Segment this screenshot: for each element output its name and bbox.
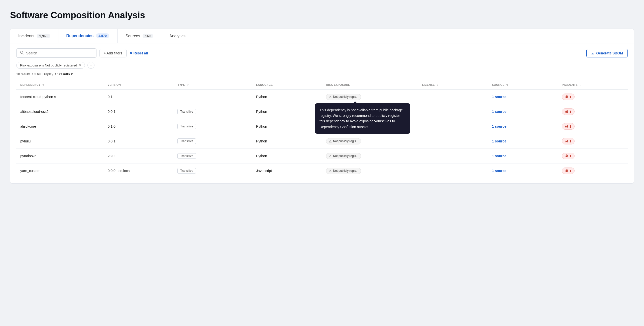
cell-risk: ⚠Not publicly regis... — [322, 164, 418, 178]
cell-dependency: pyhulul — [16, 134, 104, 149]
chevron-down-icon: ▾ — [71, 72, 73, 76]
display-label: Display — [43, 72, 53, 76]
cell-version: 23.0 — [104, 149, 174, 164]
cell-risk: ⚠Not publicly regis...This dependency is… — [322, 90, 418, 104]
filters-row: + Add filters ✕ Reset all Generate SBOM — [16, 48, 628, 58]
source-link[interactable]: 1 source — [492, 169, 506, 173]
cell-source[interactable]: 1 source — [488, 90, 558, 104]
skull-icon: ☠ — [565, 169, 568, 173]
active-filters-row: Risk exposure is Not publicly registered… — [16, 62, 628, 69]
incident-badge: ☠1 — [562, 94, 575, 100]
display-select[interactable]: 10 results ▾ — [55, 72, 73, 76]
cell-incidents: ☠1 — [558, 119, 628, 134]
cell-type: Transitive — [173, 119, 252, 134]
tab-dependencies[interactable]: Dependencies 3,579 — [58, 29, 118, 43]
download-icon — [591, 51, 595, 55]
incident-count: 1 — [570, 154, 571, 158]
add-filter-button[interactable]: + — [87, 62, 94, 69]
cell-language: Python — [252, 149, 322, 164]
add-filters-button[interactable]: + Add filters — [99, 49, 127, 57]
table-row: alibabacloud-oss20.0.1TransitivePython1 … — [16, 104, 628, 119]
tabs-bar: Incidents 9,968 Dependencies 3,579 Sourc… — [10, 29, 634, 43]
help-icon-license[interactable]: ? — [437, 84, 439, 86]
sort-icon-dependency[interactable]: ⇅ — [42, 84, 44, 86]
cell-license — [418, 164, 488, 178]
cell-source[interactable]: 1 source — [488, 104, 558, 119]
incident-count: 1 — [570, 110, 571, 114]
cell-source[interactable]: 1 source — [488, 149, 558, 164]
cell-language: Python — [252, 134, 322, 149]
type-badge: Transitive — [177, 109, 196, 114]
risk-tooltip-container: ⚠Not publicly regis... — [326, 153, 361, 159]
cell-version: 0.1.0 — [104, 119, 174, 134]
type-badge: Transitive — [177, 168, 196, 174]
risk-badge: ⚠Not publicly regis... — [326, 153, 361, 159]
cell-risk: ⚠Not publicly regis... — [322, 134, 418, 149]
tab-sources-label: Sources — [126, 34, 140, 38]
tab-sources[interactable]: Sources 160 — [118, 29, 161, 43]
cell-incidents: ☠1 — [558, 104, 628, 119]
warning-icon: ⚠ — [329, 154, 332, 158]
help-icon-type[interactable]: ? — [187, 84, 189, 86]
risk-label: Not publicly regis... — [333, 139, 358, 143]
table-row: yarn_custom0.0.0-use.localTransitiveJava… — [16, 164, 628, 178]
tab-incidents[interactable]: Incidents 9,968 — [10, 29, 58, 43]
incident-badge: ☠1 — [562, 153, 575, 159]
skull-icon: ☠ — [565, 95, 568, 99]
tab-incidents-label: Incidents — [18, 34, 34, 38]
cell-license — [418, 90, 488, 104]
source-link[interactable]: 1 source — [492, 124, 506, 128]
filter-chip-remove[interactable]: × — [79, 63, 81, 67]
table-body: tencent-cloud-python-s0.1Python⚠Not publ… — [16, 90, 628, 178]
incident-count: 1 — [570, 95, 571, 99]
sort-icon-incidents[interactable]: ↓ — [580, 84, 581, 86]
tab-dependencies-badge: 3,579 — [96, 33, 109, 38]
cell-dependency: tencent-cloud-python-s — [16, 90, 104, 104]
search-box[interactable] — [16, 48, 96, 58]
search-input[interactable] — [26, 51, 93, 55]
cell-incidents: ☠1 — [558, 164, 628, 178]
cell-language: Python — [252, 104, 322, 119]
risk-tooltip-container: ⚠Not publicly regis...This dependency is… — [326, 94, 361, 100]
table-row: tencent-cloud-python-s0.1Python⚠Not publ… — [16, 90, 628, 104]
filter-chip-label: Risk exposure is Not publicly registered — [20, 63, 77, 67]
results-summary: 10 results / 3.6K Display 10 results ▾ — [16, 72, 628, 76]
skull-icon: ☠ — [565, 110, 568, 114]
risk-tooltip-container: ⚠Not publicly regis... — [326, 138, 361, 144]
page-title: Software Composition Analysis — [10, 10, 634, 21]
tab-sources-badge: 160 — [143, 34, 153, 38]
incident-count: 1 — [570, 139, 571, 143]
source-link[interactable]: 1 source — [492, 110, 506, 114]
risk-badge: ⚠Not publicly regis... — [326, 94, 361, 100]
col-header-incidents: INCIDENTS ↓ — [558, 80, 628, 90]
source-link[interactable]: 1 source — [492, 139, 506, 143]
col-header-license: LICENSE ? — [418, 80, 488, 90]
cell-source[interactable]: 1 source — [488, 134, 558, 149]
cell-dependency: alibabacloud-oss2 — [16, 104, 104, 119]
cell-license — [418, 104, 488, 119]
results-separator: / — [32, 72, 33, 76]
generate-sbom-button[interactable]: Generate SBOM — [586, 49, 628, 57]
source-link[interactable]: 1 source — [492, 154, 506, 158]
sort-icon-source[interactable]: ⇅ — [506, 84, 508, 86]
risk-badge: ⚠Not publicly regis... — [326, 168, 361, 174]
cell-license — [418, 134, 488, 149]
skull-icon: ☠ — [565, 124, 568, 128]
cell-type: Transitive — [173, 164, 252, 178]
cell-risk — [322, 119, 418, 134]
risk-badge: ⚠Not publicly regis... — [326, 138, 361, 144]
content-area: + Add filters ✕ Reset all Generate SBOM … — [10, 43, 634, 184]
cell-source[interactable]: 1 source — [488, 119, 558, 134]
tab-analytics[interactable]: Analytics — [161, 29, 193, 43]
cell-dependency: pytarlooko — [16, 149, 104, 164]
type-badge: Transitive — [177, 153, 196, 159]
cell-dependency: yarn_custom — [16, 164, 104, 178]
reset-all-button[interactable]: ✕ Reset all — [130, 51, 148, 55]
cell-incidents: ☠1 — [558, 134, 628, 149]
cell-risk — [322, 104, 418, 119]
cell-type — [173, 90, 252, 104]
table-header-row: DEPENDENCY ⇅ VERSION TYPE ? LANGUAGE RIS — [16, 80, 628, 90]
incident-badge: ☠1 — [562, 138, 575, 144]
source-link[interactable]: 1 source — [492, 95, 506, 99]
cell-source[interactable]: 1 source — [488, 164, 558, 178]
